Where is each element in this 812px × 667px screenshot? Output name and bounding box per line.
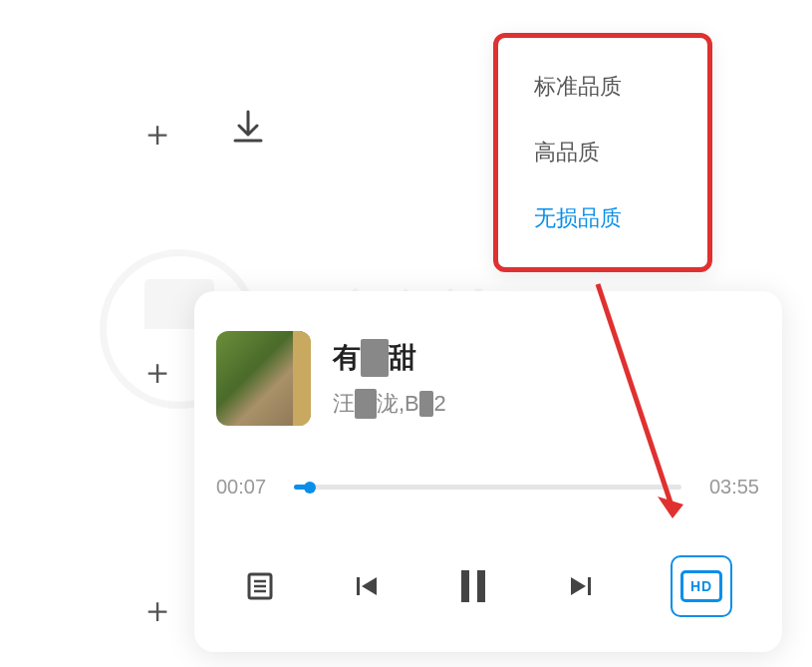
time-current: 00:07 (216, 476, 276, 499)
previous-button[interactable] (353, 572, 381, 600)
next-button[interactable] (567, 572, 595, 600)
player-card: 有点甜 汪苏泷,BY2 00:07 03:55 (194, 291, 782, 652)
playlist-button[interactable] (244, 570, 276, 602)
svg-rect-8 (461, 570, 469, 602)
svg-marker-10 (571, 577, 586, 595)
progress-bar[interactable] (294, 485, 681, 490)
pause-button[interactable] (456, 566, 490, 606)
quality-option-high[interactable]: 高品质 (498, 120, 707, 185)
track-artist: 汪苏泷,BY2 (333, 389, 446, 419)
add-button-3[interactable]: ＋ (139, 586, 175, 635)
download-icon[interactable] (229, 108, 267, 150)
quality-option-standard[interactable]: 标准品质 (498, 54, 707, 120)
quality-button[interactable]: HD (671, 555, 732, 617)
track-title: 有点甜 (333, 339, 446, 377)
progress-thumb[interactable] (304, 482, 316, 494)
svg-rect-11 (588, 577, 591, 595)
quality-option-lossless[interactable]: 无损品质 (498, 185, 707, 251)
time-total: 03:55 (699, 476, 759, 499)
hd-icon: HD (680, 570, 722, 602)
add-button-1[interactable]: ＋ (139, 110, 175, 159)
album-art[interactable] (216, 331, 311, 426)
svg-rect-6 (357, 577, 360, 595)
svg-rect-9 (477, 570, 485, 602)
add-button-2[interactable]: ＋ (139, 348, 175, 397)
svg-marker-7 (362, 577, 377, 595)
quality-popup: 标准品质 高品质 无损品质 (493, 33, 712, 272)
